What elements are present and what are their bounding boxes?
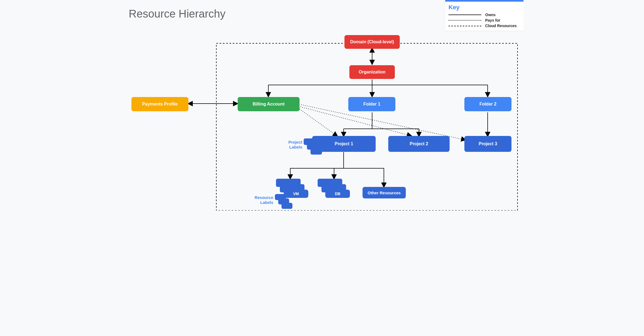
project-label-chip: [311, 148, 322, 155]
resource-label-chip: [281, 203, 292, 209]
legend-text: Cloud Resources: [485, 24, 517, 28]
node-project2: Project 2: [388, 136, 450, 152]
legend-box: Key Owns Pays for Cloud Resources: [445, 0, 524, 31]
legend-row-cloud: Cloud Resources: [445, 23, 524, 31]
edge-billing-project1: [300, 109, 337, 136]
legend-row-pays: Pays for: [445, 18, 524, 23]
node-vm: VM: [284, 190, 308, 198]
legend-row-owns: Owns: [445, 12, 524, 18]
legend-text: Pays for: [485, 18, 500, 22]
node-project3: Project 3: [464, 136, 511, 152]
node-folder2: Folder 2: [464, 97, 511, 111]
legend-text: Owns: [485, 13, 496, 17]
node-payments: Payments Profile: [131, 97, 188, 111]
node-domain: Domain (Cloud-level): [344, 35, 400, 49]
legend-line-solid: [449, 15, 481, 15]
legend-line-dashed: [449, 26, 481, 26]
node-organization: Organization: [349, 65, 395, 79]
node-other-resources: Other Resources: [363, 187, 406, 198]
page-title: Resource Hierarchy: [129, 8, 225, 20]
legend-title: Key: [445, 2, 524, 12]
node-folder1: Folder 1: [348, 97, 395, 111]
resource-labels-text: Resource Labels: [249, 195, 273, 205]
project-labels-text: Project Labels: [283, 140, 302, 150]
legend-line-dotted: [449, 20, 481, 21]
node-db: DB: [325, 190, 350, 198]
node-billing: Billing Account: [238, 97, 300, 111]
